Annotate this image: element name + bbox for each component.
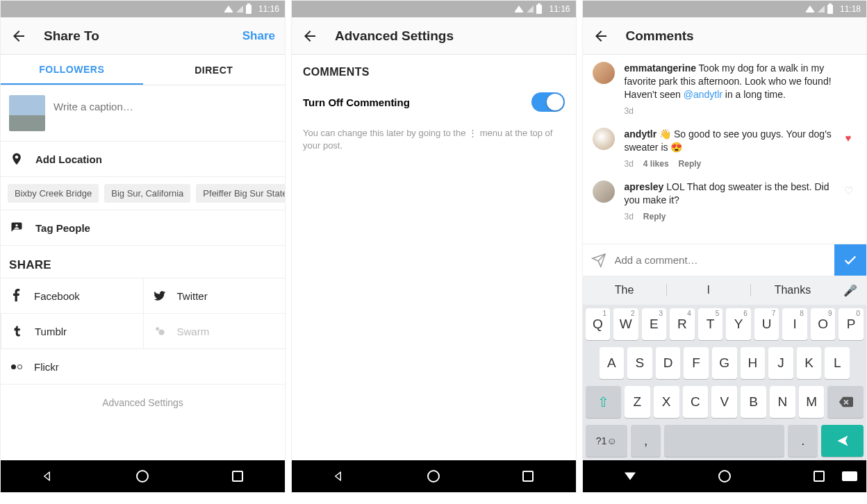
nav-recents[interactable] bbox=[520, 468, 536, 485]
tab-direct[interactable]: DIRECT bbox=[143, 55, 286, 85]
key-S[interactable]: S bbox=[627, 347, 652, 379]
tumblr-icon bbox=[10, 324, 25, 339]
key-Z[interactable]: Z bbox=[625, 386, 650, 418]
symbols-key[interactable]: ?1☺ bbox=[586, 425, 628, 457]
shift-key[interactable]: ⇧ bbox=[586, 386, 622, 418]
share-flickr[interactable]: Flickr bbox=[1, 349, 285, 385]
spacebar-key[interactable] bbox=[664, 425, 784, 457]
key-G[interactable]: G bbox=[712, 347, 737, 379]
location-chip[interactable]: Big Sur, California bbox=[104, 184, 190, 203]
key-H[interactable]: H bbox=[741, 347, 766, 379]
key-A[interactable]: A bbox=[600, 347, 625, 379]
avatar[interactable] bbox=[593, 180, 615, 203]
location-chip[interactable]: Pfeiffer Big Sur State P… bbox=[196, 184, 285, 203]
post-thumbnail[interactable] bbox=[9, 95, 45, 131]
suggestion[interactable]: Thanks bbox=[751, 284, 834, 296]
mic-icon[interactable]: 🎤 bbox=[834, 284, 866, 297]
add-location-row[interactable]: Add Location bbox=[1, 142, 285, 177]
key-I[interactable]: I8 bbox=[782, 308, 807, 340]
commenting-toggle[interactable] bbox=[531, 92, 565, 112]
key-Q[interactable]: Q1 bbox=[586, 308, 611, 340]
period-key[interactable]: . bbox=[788, 425, 818, 457]
key-F[interactable]: F bbox=[684, 347, 709, 379]
key-P[interactable]: P0 bbox=[839, 308, 864, 340]
key-U[interactable]: U7 bbox=[754, 308, 779, 340]
back-arrow-icon[interactable] bbox=[10, 28, 27, 44]
back-arrow-icon[interactable] bbox=[593, 28, 609, 44]
nav-home[interactable] bbox=[134, 468, 151, 485]
comma-key[interactable]: , bbox=[631, 425, 661, 457]
clock: 11:16 bbox=[549, 4, 570, 14]
toolbar: Comments bbox=[583, 17, 867, 55]
nav-home[interactable] bbox=[716, 468, 733, 485]
direct-share-icon[interactable] bbox=[583, 253, 615, 268]
key-K[interactable]: K bbox=[797, 347, 822, 379]
key-R[interactable]: R4 bbox=[670, 308, 695, 340]
share-swarm[interactable]: Swarm bbox=[143, 314, 286, 349]
comment-username[interactable]: apresley bbox=[625, 181, 664, 192]
back-arrow-icon[interactable] bbox=[302, 28, 318, 44]
tag-people-row[interactable]: Tag People bbox=[1, 210, 285, 246]
comment-username[interactable]: emmatangerine bbox=[625, 62, 696, 74]
nav-back-ime[interactable] bbox=[622, 468, 638, 485]
share-tumblr[interactable]: Tumblr bbox=[1, 314, 143, 349]
location-pin-icon bbox=[9, 151, 24, 167]
key-N[interactable]: N bbox=[770, 386, 795, 418]
key-W[interactable]: W2 bbox=[613, 308, 638, 340]
nav-recents[interactable] bbox=[229, 468, 246, 485]
turn-off-commenting-row: Turn Off Commenting bbox=[292, 85, 576, 119]
clock: 11:16 bbox=[258, 4, 279, 14]
svg-point-1 bbox=[158, 330, 164, 335]
comment-username[interactable]: andytlr bbox=[625, 128, 657, 140]
compose-bar bbox=[583, 244, 867, 276]
suggestion-bar: The I Thanks 🎤 bbox=[583, 276, 867, 305]
key-J[interactable]: J bbox=[768, 347, 793, 379]
avatar[interactable] bbox=[593, 128, 615, 150]
share-button[interactable]: Share bbox=[242, 29, 275, 43]
nav-back[interactable] bbox=[40, 468, 56, 485]
key-O[interactable]: O9 bbox=[811, 308, 836, 340]
comment-time: 3d bbox=[625, 106, 634, 117]
nav-recents[interactable] bbox=[811, 468, 827, 485]
post-comment-button[interactable] bbox=[834, 244, 866, 276]
flickr-icon bbox=[9, 359, 24, 374]
location-chip[interactable]: Bixby Creek Bridge bbox=[8, 184, 99, 203]
key-M[interactable]: M bbox=[799, 386, 825, 418]
page-title: Share To bbox=[44, 28, 242, 44]
share-label: Tumblr bbox=[35, 326, 67, 337]
avatar[interactable] bbox=[593, 62, 615, 84]
share-label: Facebook bbox=[34, 290, 80, 302]
key-D[interactable]: D bbox=[656, 347, 681, 379]
key-L[interactable]: L bbox=[825, 347, 850, 379]
cell-signal-icon bbox=[818, 6, 825, 12]
comment-row: emmatangerine Took my dog for a walk in … bbox=[593, 62, 857, 117]
key-E[interactable]: E3 bbox=[642, 308, 667, 340]
nav-keyboard-switch[interactable] bbox=[841, 468, 858, 485]
nav-back[interactable] bbox=[331, 468, 347, 485]
share-twitter[interactable]: Twitter bbox=[143, 278, 286, 314]
caption-input[interactable] bbox=[53, 95, 276, 112]
suggestion[interactable]: I bbox=[667, 284, 751, 296]
nav-home[interactable] bbox=[425, 468, 442, 485]
tab-followers[interactable]: FOLLOWERS bbox=[1, 55, 143, 85]
advanced-settings-link[interactable]: Advanced Settings bbox=[1, 385, 285, 421]
share-facebook[interactable]: Facebook bbox=[1, 278, 143, 314]
like-heart-outline-icon[interactable]: ♡ bbox=[844, 185, 853, 197]
like-heart-icon[interactable]: ♥ bbox=[845, 132, 852, 144]
key-X[interactable]: X bbox=[654, 386, 679, 418]
reply-button[interactable]: Reply bbox=[643, 211, 666, 222]
android-navbar bbox=[583, 460, 867, 492]
key-T[interactable]: T5 bbox=[698, 308, 723, 340]
key-V[interactable]: V bbox=[711, 386, 737, 418]
comment-likes[interactable]: 4 likes bbox=[643, 158, 669, 169]
add-location-label: Add Location bbox=[35, 153, 102, 165]
key-B[interactable]: B bbox=[741, 386, 766, 418]
comment-input[interactable] bbox=[615, 254, 835, 266]
mention-link[interactable]: @andytlr bbox=[684, 89, 722, 100]
enter-key[interactable] bbox=[821, 425, 864, 457]
reply-button[interactable]: Reply bbox=[679, 158, 702, 169]
suggestion[interactable]: The bbox=[583, 284, 667, 296]
key-Y[interactable]: Y6 bbox=[726, 308, 751, 340]
key-C[interactable]: C bbox=[683, 386, 709, 418]
backspace-key[interactable] bbox=[827, 386, 864, 418]
